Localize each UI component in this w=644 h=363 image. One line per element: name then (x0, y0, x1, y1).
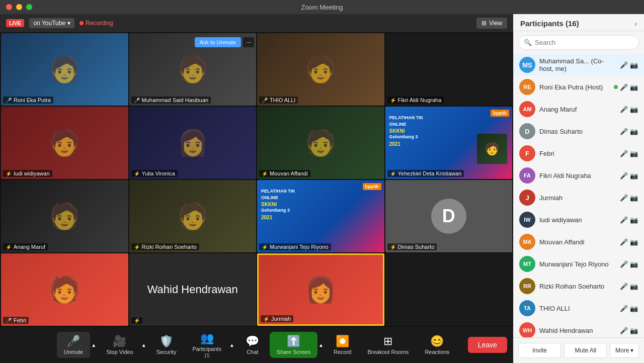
panel-footer: Invite Mute All More ▾ (513, 337, 644, 363)
toolbar: 🎤 Unmute ▲ 🎥 Stop Video ▲ 🛡️ Security (0, 327, 513, 363)
view-button[interactable]: ⊞ View (476, 18, 507, 29)
list-item-thio[interactable]: TA THIO ALLI 🎤 📷 (513, 297, 644, 319)
maximize-button[interactable] (26, 4, 32, 10)
list-item-dimas[interactable]: D Dimas Suharto 🎤 📷 (513, 120, 644, 142)
more-label: More (615, 347, 629, 354)
reactions-label: Reactions (425, 349, 449, 355)
breakout-rooms-button[interactable]: ⊞ Breakout Rooms (360, 332, 416, 358)
share-screen-button[interactable]: ⬆️ Share Screen (270, 332, 317, 358)
list-item-jurmiah[interactable]: J Jurmiah 🎤 📷 (513, 187, 644, 209)
youtube-button[interactable]: on YouTube ▾ (29, 18, 74, 28)
invite-button[interactable]: Invite (518, 343, 561, 358)
more-button[interactable]: More ▾ (610, 343, 639, 358)
fikri-name-label: ⚡ Fikri Aldi Nugraha (387, 97, 444, 104)
roni-participant-name: Roni Eka Putra (Host) (539, 83, 610, 91)
security-button[interactable]: 🛡️ Security (149, 332, 184, 358)
jurmiah-avatar: J (519, 190, 535, 206)
anang-name-label: ⚡ Anang Maruf (3, 243, 48, 250)
jurmiah-p-icons: 🎤 📷 (620, 194, 638, 202)
febri-cam-icon: 📷 (630, 150, 638, 157)
youtube-label: on YouTube (33, 20, 65, 27)
leave-button[interactable]: Leave (468, 337, 507, 353)
video-cell-anang: 🧑 ⚡ Anang Maruf (1, 180, 128, 252)
list-item-wahid[interactable]: WH Wahid Hendrawan 🎤 📷 (513, 319, 644, 337)
list-item-fikri[interactable]: FA Fikri Aldi Nugraha 🎤 📷 (513, 164, 644, 187)
mute-all-button[interactable]: Mute All (564, 343, 607, 358)
mouvan-participant-name: Mouvan Affandi (539, 238, 616, 246)
video-bg-fikri (385, 33, 513, 106)
anang-muted-icon: ⚡ (6, 244, 12, 250)
participants-list: MS Muhammad Sa... (Co-host, me) 🎤 📷 RE R… (513, 54, 644, 337)
share-screen-group: ⬆️ Share Screen ▲ (270, 332, 325, 358)
bpptik-logo: bpptik (491, 110, 509, 117)
mouvan-silhouette: 🧑 (257, 107, 384, 179)
more-options-button[interactable]: ··· (243, 37, 254, 47)
video-cell-fikri: ⚡ Fikri Aldi Nugraha (385, 33, 513, 106)
rizki-avatar: RR (519, 278, 535, 294)
iudi-p-icons: 🎤 📷 (620, 216, 638, 224)
window-controls[interactable] (6, 4, 32, 10)
dimas-muted-icon: ⚡ (390, 244, 396, 250)
list-item-murwan[interactable]: MT Murwanjani Tejo Riyono 🎤 📷 (513, 253, 644, 275)
participants-icon: 👥 (200, 332, 214, 345)
live-badge: LIVE (6, 19, 24, 27)
unmute-button[interactable]: 🎤 Unmute (57, 332, 91, 358)
rizki-participant-name: Rizki Roihan Soeharto (539, 283, 616, 290)
stop-video-arrow-button[interactable]: ▲ (140, 340, 147, 350)
microphone-muted-icon: 🎤 (66, 335, 80, 348)
record-button[interactable]: ⏺️ Record (327, 332, 358, 358)
reactions-button[interactable]: 😊 Reactions (418, 332, 456, 358)
list-item-mouvan[interactable]: MA Mouvan Affandi 🎤 📷 (513, 231, 644, 253)
video-cell-roni: 🧑 🎤 Roni Eka Putra (1, 33, 128, 106)
iudi-muted-icon: ⚡ (6, 171, 12, 176)
participants-label: Participants (192, 346, 221, 352)
ask-unmute-button[interactable]: Ask to Unmute (195, 37, 241, 47)
participants-group: 👥 Participants 15 ▲ (185, 329, 235, 361)
iudi-mic-icon: 🎤 (620, 216, 628, 224)
search-input[interactable] (535, 39, 633, 46)
close-button[interactable] (6, 4, 12, 10)
participants-button[interactable]: 👥 Participants 15 (185, 329, 228, 361)
view-label: View (489, 20, 502, 27)
fikri-muted-icon: ⚡ (390, 98, 396, 103)
said-cam-icon: 📷 (630, 61, 638, 69)
list-item-roni[interactable]: RE Roni Eka Putra (Host) 🎤 📷 (513, 76, 644, 98)
febri-mic-icon: 🎤 (620, 150, 628, 157)
video-cell-murwan: bpptik PELATIHAN TIKONLINE SKKNI Gelomba… (257, 180, 384, 252)
video-cell-mouvan: 🧑 ⚡ Mouvan Affandi (257, 107, 384, 179)
panel-chevron-icon[interactable]: ‹ (634, 20, 637, 28)
participants-arrow-button[interactable]: ▲ (228, 340, 235, 350)
participants-count: 15 (204, 353, 210, 358)
dimas-avatar-bg: D (385, 180, 513, 252)
jurmiah-cam-icon: 📷 (630, 194, 638, 202)
grid-icon: ⊞ (481, 20, 487, 27)
list-item-febri[interactable]: F Febri 🎤 📷 (513, 142, 644, 164)
list-item-said[interactable]: MS Muhammad Sa... (Co-host, me) 🎤 📷 (513, 54, 644, 76)
minimize-button[interactable] (16, 4, 22, 10)
share-screen-icon: ⬆️ (287, 335, 300, 348)
video-grid: 🧑 🎤 Roni Eka Putra 🧑 Ask to Unmute ··· 🎤… (0, 32, 513, 327)
mouvan-name-label: ⚡ Mouvan Affandi (259, 170, 310, 177)
dimas-p-icons: 🎤 📷 (620, 128, 638, 135)
list-item-rizki[interactable]: RR Rizki Roihan Soeharto 🎤 📷 (513, 275, 644, 297)
thio-name-label: 🎤 THIO ALLI (259, 97, 298, 104)
stop-video-button[interactable]: 🎥 Stop Video (99, 332, 140, 358)
list-item-iudi[interactable]: IW Iudi widiyawan 🎤 📷 (513, 209, 644, 231)
iudi-participant-name: Iudi widiyawan (539, 216, 616, 224)
recording-dot (79, 21, 84, 25)
share-screen-arrow-button[interactable]: ▲ (317, 340, 325, 350)
list-item-anang[interactable]: AM Anang Maruf 🎤 📷 (513, 98, 644, 120)
unmute-arrow-button[interactable]: ▲ (90, 340, 97, 350)
said-name-label: 🎤 Muhammad Said Hasibuan (131, 97, 211, 104)
chat-button[interactable]: 💬 Chat (237, 332, 268, 358)
chat-label: Chat (247, 349, 258, 355)
top-bar-right: ⊞ View (476, 18, 507, 29)
dimas-mic-icon: 🎤 (620, 128, 628, 135)
security-label: Security (156, 349, 177, 355)
search-box[interactable]: 🔍 (518, 35, 639, 50)
murwan-participant-name: Murwanjani Tejo Riyono (539, 260, 616, 268)
roni-silhouette: 🧑 (1, 33, 128, 106)
roni-muted-icon: 🎤 (6, 98, 12, 103)
video-cell-said: 🧑 Ask to Unmute ··· 🎤 Muhammad Said Hasi… (129, 33, 257, 106)
fikri-mic-icon: 🎤 (620, 172, 628, 179)
